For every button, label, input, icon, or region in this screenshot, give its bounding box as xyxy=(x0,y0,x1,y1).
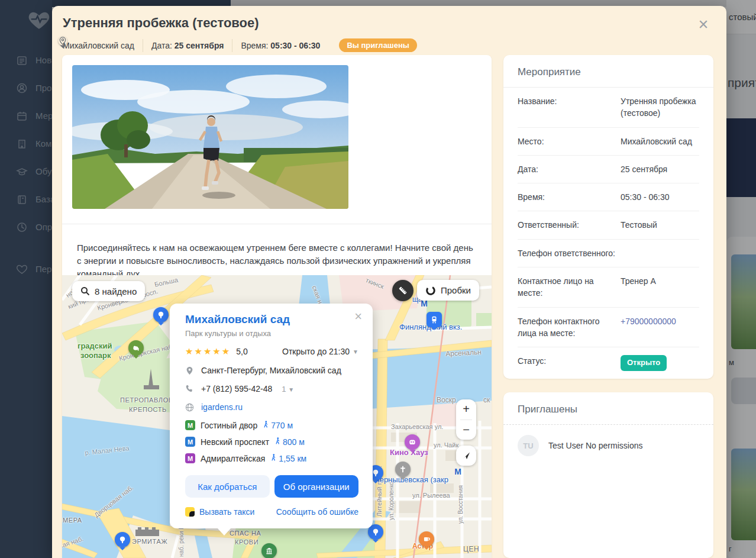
metro-line-icon: М xyxy=(185,437,195,447)
event-modal: × Утренняя пробежка (тестовое) Михайловс… xyxy=(52,6,726,558)
traffic-icon xyxy=(425,285,436,296)
avatar: TU xyxy=(518,435,539,456)
detail-value: Михайловский сад xyxy=(621,137,692,146)
route-button[interactable]: Как добраться xyxy=(185,475,270,498)
place-website-link[interactable]: igardens.ru xyxy=(201,402,243,412)
detail-row: Статус:Открыто xyxy=(518,347,699,379)
rating-stars-icon: ★★★★★ xyxy=(185,346,231,357)
metro-station-name: Адмиралтейская xyxy=(201,454,265,463)
place-category: Парк культуры и отдыха xyxy=(185,329,358,338)
metro-walk-distance: 770 м xyxy=(263,421,293,430)
balloon-buttons: Как добраться Об организации xyxy=(185,475,358,498)
invited-list: TUTest User No permissions xyxy=(503,425,713,466)
detail-label: Статус: xyxy=(518,355,619,367)
chevron-down-icon: ▼ xyxy=(288,386,294,393)
detail-label: Телефон контактного лица на месте: xyxy=(518,315,619,340)
modal-body: Присоединяйтесь к нам на освежающем утре… xyxy=(52,55,726,558)
phone-icon xyxy=(185,385,194,393)
walking-icon xyxy=(270,454,277,463)
map[interactable]: нойкий просп.Кронверкский просп.Большаск… xyxy=(62,275,492,558)
detail-rows: Название:Утренняя пробежка (тестовое)Мес… xyxy=(503,88,713,379)
map-street-label: ЭРМИТАЖ xyxy=(132,538,167,545)
rating-value: 5,0 xyxy=(236,347,247,356)
right-column: Мероприятие Название:Утренняя пробежка (… xyxy=(503,55,713,558)
event-content-card: Присоединяйтесь к нам на освежающем утре… xyxy=(62,55,492,558)
map-street-label: ул. Восстания xyxy=(457,485,464,524)
divider xyxy=(62,224,492,224)
map-place-balloon: × Михайловский сад Парк культуры и отдых… xyxy=(170,304,373,528)
metro-station-row[interactable]: МАдмиралтейская1,55 км xyxy=(185,453,358,463)
map-street-label: зоопарк xyxy=(80,351,111,360)
map-pin-cinema[interactable] xyxy=(405,434,420,450)
detail-value: 05:30 - 06:30 xyxy=(621,192,670,202)
invited-user-row[interactable]: TUTest User No permissions xyxy=(503,425,713,466)
call-taxi-link[interactable]: Вызвать такси xyxy=(185,507,254,517)
walking-icon xyxy=(263,421,269,430)
map-street-label: градский xyxy=(77,341,112,350)
event-description: Присоединяйтесь к нам на освежающем утре… xyxy=(77,241,479,280)
map-street-label: КРЕПОСТЬ xyxy=(129,406,167,413)
metro-icon[interactable]: М xyxy=(450,464,466,479)
detail-label: Телефон ответственного: xyxy=(518,247,619,259)
event-title: Утренняя пробежка (тестовое) xyxy=(63,15,259,31)
taxi-icon xyxy=(185,507,195,517)
phone-count[interactable]: 1 ▼ xyxy=(282,385,294,393)
detail-row: Телефон ответственного: xyxy=(518,240,699,267)
close-icon[interactable]: × xyxy=(693,14,713,34)
detail-label: Контактное лицо на месте: xyxy=(518,275,619,299)
ruler-button[interactable] xyxy=(392,280,413,301)
details-heading: Мероприятие xyxy=(503,55,713,87)
map-street-label: Захарьевская ул. xyxy=(391,423,443,430)
metro-station-row[interactable]: МНевский проспект800 м xyxy=(185,437,358,447)
map-search-pill[interactable]: 8 найдено xyxy=(72,281,145,301)
detail-label: Время: xyxy=(518,191,619,203)
place-phone[interactable]: +7 (812) 595-42-48 xyxy=(201,384,272,393)
report-error-link[interactable]: Сообщить об ошибке xyxy=(276,507,358,517)
map-street-label: Чернышевская (закр xyxy=(374,475,448,484)
map-street-label: ск xyxy=(483,396,490,404)
detail-label: Ответственный: xyxy=(518,219,619,231)
detail-phone-link[interactable]: +79000000000 xyxy=(621,317,676,326)
organization-button[interactable]: Об организации xyxy=(274,475,359,498)
detail-row: Время:05:30 - 06:30 xyxy=(518,183,699,211)
zoom-out-button[interactable]: − xyxy=(456,420,476,440)
place-rating-row: ★★★★★ 5,0 Открыто до 21:30▼ xyxy=(185,346,358,357)
map-street-label: КРОВИ xyxy=(235,538,259,546)
balloon-close-icon[interactable]: × xyxy=(351,308,366,325)
metro-station-row[interactable]: МГостиный двор770 м xyxy=(185,420,358,430)
event-location: Михайловский сад xyxy=(63,41,134,50)
traffic-label: Пробки xyxy=(441,285,471,295)
event-time: Время: 05:30 - 06:30 xyxy=(241,41,320,50)
status-badge: Открыто xyxy=(621,355,667,371)
map-pin-park[interactable] xyxy=(115,532,130,547)
metro-station-name: Невский проспект xyxy=(201,437,269,447)
traffic-pill[interactable]: Пробки xyxy=(417,280,479,301)
detail-row: Ответственный:Тестовый xyxy=(518,211,699,239)
map-street-label: ул. Рылеева xyxy=(412,492,450,499)
detail-value: 25 сентября xyxy=(621,165,667,174)
zoom-in-button[interactable]: + xyxy=(456,399,476,420)
invited-heading: Приглашены xyxy=(503,392,713,424)
map-street-label: КАМЕРА xyxy=(62,517,82,524)
address-pin-icon xyxy=(185,366,194,375)
map-zoom-control: + − xyxy=(456,399,476,440)
map-pin-church[interactable] xyxy=(395,462,411,477)
meta-separator xyxy=(143,39,143,52)
app-window: НовПроМерКомОбуБазаОпрПер стовый приятия… xyxy=(0,0,756,558)
map-pin-cafe[interactable] xyxy=(419,531,434,547)
map-pin-zoo[interactable] xyxy=(128,340,144,356)
balloon-footer-links: Вызвать такси Сообщить об ошибке xyxy=(185,507,358,517)
metro-walk-distance: 1,55 км xyxy=(270,454,306,463)
geolocation-button[interactable] xyxy=(456,446,476,466)
map-pin-train[interactable] xyxy=(427,312,442,327)
place-title[interactable]: Михайловский сад xyxy=(185,313,358,326)
search-icon xyxy=(80,286,90,296)
map-pin-park[interactable] xyxy=(153,307,169,322)
detail-row: Контактное лицо на месте:Тренер А xyxy=(518,267,699,308)
map-search-label: 8 найдено xyxy=(95,286,137,296)
globe-icon xyxy=(185,403,194,412)
working-hours[interactable]: Открыто до 21:30▼ xyxy=(282,347,358,356)
map-pin-museum[interactable] xyxy=(261,543,277,558)
meta-separator xyxy=(232,39,232,52)
place-address: Санкт-Петербург, Михайловский сад xyxy=(201,366,341,375)
